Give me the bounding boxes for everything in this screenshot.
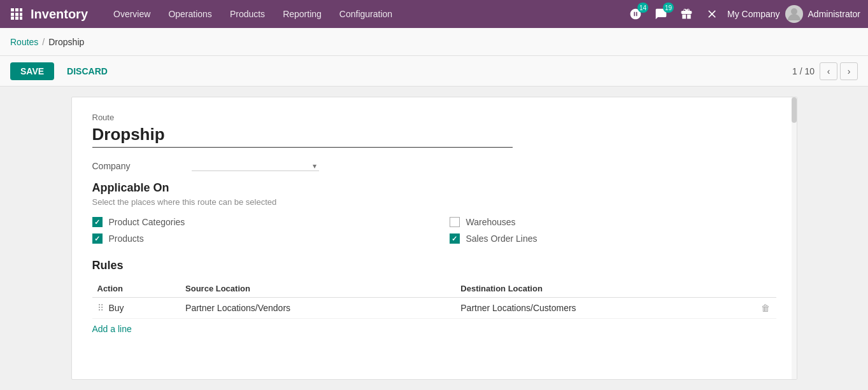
save-button[interactable]: SAVE [10, 62, 54, 80]
rules-title: Rules [92, 259, 776, 272]
rule-destination-cell: Partner Locations/Customers [455, 298, 755, 319]
activity-badge: 14 [637, 3, 648, 13]
products-row: Products [92, 233, 419, 244]
route-name-field [92, 125, 513, 148]
svg-point-9 [791, 8, 797, 15]
applicable-on-title: Applicable On [92, 181, 776, 195]
scrollbar-track[interactable] [792, 97, 797, 379]
form-card: Route Company Applicable On Select the p… [71, 97, 797, 380]
pager: 1 / 10 ‹ › [792, 62, 858, 80]
breadcrumb-current: Dropship [48, 37, 84, 47]
user-avatar[interactable] [785, 5, 803, 23]
svg-rect-5 [20, 13, 22, 16]
svg-rect-7 [15, 17, 18, 20]
svg-rect-1 [15, 8, 18, 11]
svg-rect-6 [11, 17, 14, 20]
user-name[interactable]: Administrator [808, 9, 860, 19]
company-select[interactable] [192, 160, 319, 171]
sales-order-lines-label: Sales Order Lines [466, 233, 537, 244]
nav-reporting[interactable]: Reporting [275, 6, 329, 22]
product-categories-checkbox[interactable] [92, 217, 103, 227]
pager-prev-button[interactable]: ‹ [820, 62, 837, 80]
breadcrumb-separator: / [42, 37, 45, 47]
company-value [192, 160, 776, 171]
applicable-on-subtitle: Select the places where this route can b… [92, 197, 776, 207]
pager-next-button[interactable]: › [840, 62, 858, 80]
close-icon-btn[interactable] [702, 4, 722, 24]
col-source-location: Source Location [180, 280, 455, 298]
gift-icon-btn[interactable] [676, 4, 697, 24]
nav-overview[interactable]: Overview [106, 6, 158, 22]
main-content: Route Company Applicable On Select the p… [0, 87, 868, 390]
action-bar: SAVE DISCARD 1 / 10 ‹ › [0, 56, 868, 87]
grid-menu-icon[interactable] [8, 5, 25, 23]
rule-action-cell: ⠿ Buy [92, 298, 181, 319]
company-row: Company [92, 160, 776, 171]
rules-table: Action Source Location Destination Locat… [92, 280, 776, 319]
breadcrumb: Routes / Dropship [0, 28, 868, 56]
rule-action-value: Buy [108, 303, 124, 313]
svg-rect-0 [11, 8, 14, 11]
nav-products[interactable]: Products [222, 6, 273, 22]
svg-rect-2 [20, 8, 22, 11]
product-categories-row: Product Categories [92, 217, 419, 227]
product-categories-label: Product Categories [109, 217, 185, 227]
warehouses-row: Warehouses [450, 217, 776, 227]
svg-rect-8 [20, 17, 22, 20]
nav-configuration[interactable]: Configuration [332, 6, 400, 22]
rules-table-header: Action Source Location Destination Locat… [92, 280, 776, 298]
company-name[interactable]: My Company [727, 9, 779, 19]
messages-badge: 19 [663, 3, 674, 13]
top-navigation: Inventory Overview Operations Products R… [0, 0, 868, 28]
warehouses-label: Warehouses [466, 217, 516, 227]
table-row[interactable]: ⠿ Buy Partner Locations/Vendors Partner … [92, 298, 776, 319]
activity-icon-btn[interactable]: 14 [625, 4, 646, 24]
discard-button[interactable]: DISCARD [59, 62, 115, 80]
pager-display: 1 / 10 [792, 66, 815, 76]
applicable-on-grid: Product Categories Products Warehouses S… [92, 217, 776, 244]
rule-delete-cell: 🗑 [756, 298, 776, 319]
svg-rect-3 [11, 13, 14, 16]
rule-source-cell: Partner Locations/Vendors [180, 298, 455, 319]
scrollbar-thumb[interactable] [792, 97, 797, 123]
col-action: Action [92, 280, 181, 298]
warehouses-checkbox[interactable] [450, 217, 460, 227]
rule-source-value: Partner Locations/Vendors [185, 303, 290, 313]
nav-operations[interactable]: Operations [160, 6, 219, 22]
route-field-label: Route [92, 113, 513, 122]
drag-handle-icon[interactable]: ⠿ [97, 303, 104, 313]
sales-order-lines-checkbox[interactable] [450, 233, 460, 244]
route-name-input[interactable] [92, 125, 513, 144]
topnav-right: 14 19 My Company Administrator [625, 4, 860, 24]
products-label: Products [109, 233, 144, 244]
company-label: Company [92, 161, 181, 171]
app-title: Inventory [31, 7, 88, 22]
svg-rect-4 [15, 13, 18, 16]
messages-icon-btn[interactable]: 19 [651, 4, 671, 24]
nav-menu: Overview Operations Products Reporting C… [106, 6, 623, 22]
delete-rule-icon[interactable]: 🗑 [761, 303, 770, 313]
rule-destination-value: Partner Locations/Customers [460, 303, 576, 313]
breadcrumb-parent[interactable]: Routes [10, 37, 38, 47]
sales-order-lines-row: Sales Order Lines [450, 233, 776, 244]
products-checkbox[interactable] [92, 233, 103, 244]
company-select-wrapper[interactable] [192, 160, 319, 171]
col-destination-location: Destination Location [455, 280, 755, 298]
add-line-button[interactable]: Add a line [92, 324, 132, 334]
